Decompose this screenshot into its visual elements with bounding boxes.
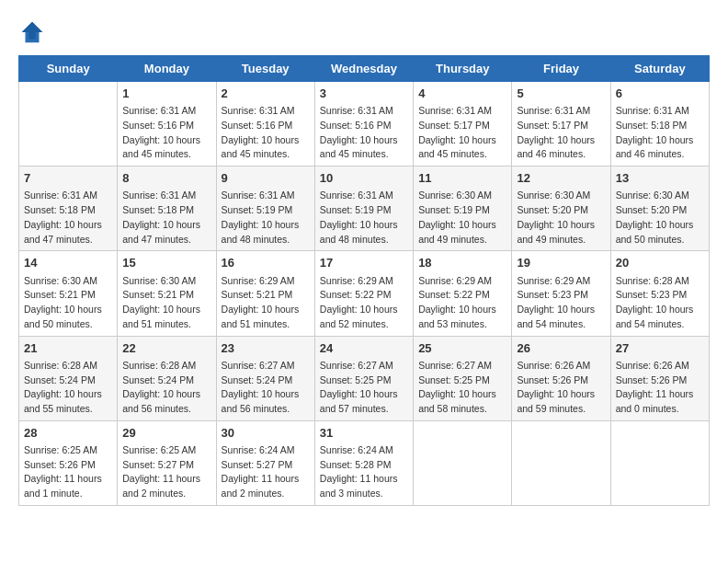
- calendar-cell: 3Sunrise: 6:31 AMSunset: 5:16 PMDaylight…: [314, 82, 413, 167]
- calendar-cell: 12Sunrise: 6:30 AMSunset: 5:20 PMDayligh…: [512, 167, 610, 251]
- calendar-cell: [512, 420, 610, 505]
- calendar-table: SundayMondayTuesdayWednesdayThursdayFrid…: [18, 55, 710, 506]
- day-number: 6: [616, 86, 704, 102]
- logo: [18, 18, 50, 46]
- day-number: 2: [222, 86, 310, 102]
- logo-icon: [18, 18, 46, 46]
- day-number: 7: [24, 170, 112, 187]
- calendar-cell: 10Sunrise: 6:31 AMSunset: 5:19 PMDayligh…: [314, 167, 413, 251]
- day-number: 31: [320, 425, 408, 442]
- calendar-cell: 28Sunrise: 6:25 AMSunset: 5:26 PMDayligh…: [19, 420, 118, 505]
- day-number: 19: [517, 255, 605, 271]
- week-row-1: 1Sunrise: 6:31 AMSunset: 5:16 PMDaylight…: [19, 82, 710, 167]
- day-info: Sunrise: 6:31 AMSunset: 5:18 PMDaylight:…: [122, 189, 210, 247]
- day-number: 26: [517, 340, 605, 357]
- day-number: 13: [616, 170, 704, 187]
- calendar-cell: 21Sunrise: 6:28 AMSunset: 5:24 PMDayligh…: [19, 336, 118, 420]
- calendar-cell: 1Sunrise: 6:31 AMSunset: 5:16 PMDaylight…: [118, 82, 216, 167]
- calendar-cell: 29Sunrise: 6:25 AMSunset: 5:27 PMDayligh…: [118, 420, 216, 505]
- calendar-cell: 22Sunrise: 6:28 AMSunset: 5:24 PMDayligh…: [118, 336, 216, 420]
- calendar-header-row: SundayMondayTuesdayWednesdayThursdayFrid…: [19, 56, 710, 82]
- day-number: 29: [122, 425, 210, 442]
- day-info: Sunrise: 6:31 AMSunset: 5:16 PMDaylight:…: [320, 104, 408, 162]
- day-number: 3: [320, 86, 408, 102]
- day-number: 9: [222, 170, 310, 187]
- day-number: 28: [24, 425, 112, 442]
- day-info: Sunrise: 6:31 AMSunset: 5:16 PMDaylight:…: [222, 104, 310, 162]
- day-info: Sunrise: 6:28 AMSunset: 5:24 PMDaylight:…: [122, 359, 210, 417]
- calendar-cell: 15Sunrise: 6:30 AMSunset: 5:21 PMDayligh…: [118, 251, 216, 336]
- day-number: 17: [320, 255, 408, 271]
- header-friday: Friday: [512, 56, 610, 82]
- calendar-cell: [610, 420, 709, 505]
- day-number: 22: [122, 340, 210, 357]
- day-info: Sunrise: 6:30 AMSunset: 5:19 PMDaylight:…: [418, 189, 506, 247]
- calendar-cell: 31Sunrise: 6:24 AMSunset: 5:28 PMDayligh…: [314, 420, 413, 505]
- day-info: Sunrise: 6:31 AMSunset: 5:16 PMDaylight:…: [122, 104, 210, 162]
- day-info: Sunrise: 6:31 AMSunset: 5:19 PMDaylight:…: [320, 189, 408, 247]
- calendar-cell: 26Sunrise: 6:26 AMSunset: 5:26 PMDayligh…: [512, 336, 610, 420]
- calendar-cell: 17Sunrise: 6:29 AMSunset: 5:22 PMDayligh…: [314, 251, 413, 336]
- calendar-cell: 2Sunrise: 6:31 AMSunset: 5:16 PMDaylight…: [216, 82, 314, 167]
- day-info: Sunrise: 6:26 AMSunset: 5:26 PMDaylight:…: [616, 359, 704, 417]
- calendar-cell: 18Sunrise: 6:29 AMSunset: 5:22 PMDayligh…: [414, 251, 512, 336]
- day-info: Sunrise: 6:31 AMSunset: 5:18 PMDaylight:…: [24, 189, 112, 247]
- calendar-cell: 30Sunrise: 6:24 AMSunset: 5:27 PMDayligh…: [216, 420, 314, 505]
- page-header: [18, 18, 710, 46]
- day-info: Sunrise: 6:28 AMSunset: 5:23 PMDaylight:…: [616, 274, 704, 332]
- day-info: Sunrise: 6:31 AMSunset: 5:17 PMDaylight:…: [517, 104, 605, 162]
- day-info: Sunrise: 6:28 AMSunset: 5:24 PMDaylight:…: [24, 359, 112, 417]
- calendar-cell: 7Sunrise: 6:31 AMSunset: 5:18 PMDaylight…: [19, 167, 118, 251]
- day-info: Sunrise: 6:29 AMSunset: 5:22 PMDaylight:…: [320, 274, 408, 332]
- header-sunday: Sunday: [19, 56, 118, 82]
- day-number: 25: [418, 340, 506, 357]
- day-number: 10: [320, 170, 408, 187]
- calendar-cell: [414, 420, 512, 505]
- calendar-cell: 5Sunrise: 6:31 AMSunset: 5:17 PMDaylight…: [512, 82, 610, 167]
- day-number: 16: [222, 255, 310, 271]
- calendar-cell: 9Sunrise: 6:31 AMSunset: 5:19 PMDaylight…: [216, 167, 314, 251]
- calendar-cell: 25Sunrise: 6:27 AMSunset: 5:25 PMDayligh…: [414, 336, 512, 420]
- day-info: Sunrise: 6:31 AMSunset: 5:19 PMDaylight:…: [222, 189, 310, 247]
- calendar-cell: 23Sunrise: 6:27 AMSunset: 5:24 PMDayligh…: [216, 336, 314, 420]
- day-info: Sunrise: 6:24 AMSunset: 5:27 PMDaylight:…: [222, 443, 310, 501]
- day-number: 8: [122, 170, 210, 187]
- day-info: Sunrise: 6:27 AMSunset: 5:24 PMDaylight:…: [222, 359, 310, 417]
- day-info: Sunrise: 6:29 AMSunset: 5:22 PMDaylight:…: [418, 274, 506, 332]
- svg-marker-1: [22, 22, 43, 40]
- day-number: 11: [418, 170, 506, 187]
- header-thursday: Thursday: [414, 56, 512, 82]
- day-info: Sunrise: 6:30 AMSunset: 5:21 PMDaylight:…: [122, 274, 210, 332]
- day-number: 30: [222, 425, 310, 442]
- day-info: Sunrise: 6:29 AMSunset: 5:21 PMDaylight:…: [222, 274, 310, 332]
- calendar-cell: 13Sunrise: 6:30 AMSunset: 5:20 PMDayligh…: [610, 167, 709, 251]
- calendar-cell: 11Sunrise: 6:30 AMSunset: 5:19 PMDayligh…: [414, 167, 512, 251]
- day-number: 5: [517, 86, 605, 102]
- calendar-cell: 4Sunrise: 6:31 AMSunset: 5:17 PMDaylight…: [414, 82, 512, 167]
- header-saturday: Saturday: [610, 56, 709, 82]
- day-info: Sunrise: 6:30 AMSunset: 5:21 PMDaylight:…: [24, 274, 112, 332]
- day-info: Sunrise: 6:24 AMSunset: 5:28 PMDaylight:…: [320, 443, 408, 501]
- day-number: 18: [418, 255, 506, 271]
- calendar-cell: 16Sunrise: 6:29 AMSunset: 5:21 PMDayligh…: [216, 251, 314, 336]
- day-number: 4: [418, 86, 506, 102]
- week-row-5: 28Sunrise: 6:25 AMSunset: 5:26 PMDayligh…: [19, 420, 710, 505]
- day-number: 20: [616, 255, 704, 271]
- calendar-cell: 19Sunrise: 6:29 AMSunset: 5:23 PMDayligh…: [512, 251, 610, 336]
- header-wednesday: Wednesday: [314, 56, 413, 82]
- calendar-cell: 8Sunrise: 6:31 AMSunset: 5:18 PMDaylight…: [118, 167, 216, 251]
- day-number: 15: [122, 255, 210, 271]
- day-number: 24: [320, 340, 408, 357]
- week-row-3: 14Sunrise: 6:30 AMSunset: 5:21 PMDayligh…: [19, 251, 710, 336]
- week-row-2: 7Sunrise: 6:31 AMSunset: 5:18 PMDaylight…: [19, 167, 710, 251]
- day-number: 27: [616, 340, 704, 357]
- day-info: Sunrise: 6:26 AMSunset: 5:26 PMDaylight:…: [517, 359, 605, 417]
- day-info: Sunrise: 6:30 AMSunset: 5:20 PMDaylight:…: [517, 189, 605, 247]
- day-number: 23: [222, 340, 310, 357]
- day-info: Sunrise: 6:29 AMSunset: 5:23 PMDaylight:…: [517, 274, 605, 332]
- day-info: Sunrise: 6:31 AMSunset: 5:17 PMDaylight:…: [418, 104, 506, 162]
- day-number: 12: [517, 170, 605, 187]
- day-number: 21: [24, 340, 112, 357]
- calendar-cell: 14Sunrise: 6:30 AMSunset: 5:21 PMDayligh…: [19, 251, 118, 336]
- day-info: Sunrise: 6:30 AMSunset: 5:20 PMDaylight:…: [616, 189, 704, 247]
